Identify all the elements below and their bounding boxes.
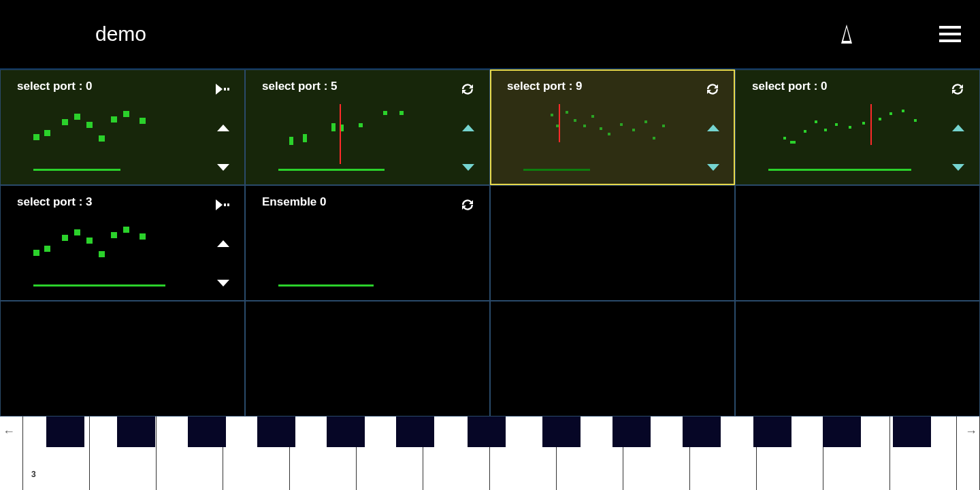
transpose-up-button[interactable] xyxy=(217,240,229,247)
transpose-up-button[interactable] xyxy=(462,125,474,131)
track-cell-empty[interactable] xyxy=(735,185,980,301)
track-cell-0[interactable]: select port : 0 xyxy=(0,69,245,185)
progress-bar xyxy=(523,169,590,171)
black-keys[interactable] xyxy=(0,416,980,447)
track-cell-4[interactable]: select port : 3 xyxy=(0,185,245,301)
sync-icon[interactable] xyxy=(459,197,476,213)
track-label: select port : 0 xyxy=(752,80,828,93)
track-cell-2[interactable]: select port : 9 xyxy=(490,69,735,185)
track-label: select port : 5 xyxy=(262,80,338,93)
project-title[interactable]: demo xyxy=(95,22,146,46)
play-pattern-icon[interactable] xyxy=(214,81,231,97)
track-cell-empty[interactable] xyxy=(735,301,980,416)
track-cell-empty[interactable] xyxy=(0,301,245,416)
progress-bar xyxy=(278,169,385,171)
track-label: Ensemble 0 xyxy=(262,195,327,209)
progress-bar xyxy=(768,169,911,171)
note-preview xyxy=(518,104,693,164)
track-cell-empty[interactable] xyxy=(245,301,490,416)
svg-marker-5 xyxy=(216,199,223,210)
track-label: select port : 9 xyxy=(507,80,583,93)
header-actions xyxy=(836,23,961,45)
transpose-up-button[interactable] xyxy=(952,125,964,131)
track-cell-5[interactable]: Ensemble 0 xyxy=(245,185,490,301)
playhead xyxy=(870,104,872,145)
transpose-down-button[interactable] xyxy=(462,164,474,171)
piano-keyboard[interactable]: ← → 3 xyxy=(0,416,980,490)
transpose-up-button[interactable] xyxy=(217,125,229,131)
octave-label: 3 xyxy=(31,470,36,479)
track-label: select port : 0 xyxy=(17,80,93,93)
transpose-down-button[interactable] xyxy=(217,280,229,287)
playhead xyxy=(340,104,341,164)
transpose-down-button[interactable] xyxy=(952,164,964,171)
header: demo xyxy=(0,0,980,69)
track-label: select port : 3 xyxy=(17,195,93,209)
metronome-icon[interactable] xyxy=(836,23,858,45)
svg-rect-3 xyxy=(224,88,226,91)
svg-marker-2 xyxy=(216,84,223,95)
menu-icon[interactable] xyxy=(939,26,961,42)
note-preview xyxy=(763,104,938,164)
note-preview xyxy=(28,220,203,280)
sync-icon[interactable] xyxy=(459,81,476,97)
playhead xyxy=(559,104,560,142)
sync-icon[interactable] xyxy=(704,81,721,97)
progress-bar xyxy=(33,169,120,171)
track-grid: select port : 0 select port : 5 xyxy=(0,69,980,416)
note-preview xyxy=(273,104,448,164)
track-cell-3[interactable]: select port : 0 xyxy=(735,69,980,185)
svg-rect-4 xyxy=(227,88,229,91)
track-cell-empty[interactable] xyxy=(490,301,735,416)
note-preview xyxy=(28,104,203,164)
transpose-up-button[interactable] xyxy=(707,125,719,131)
progress-bar xyxy=(278,284,374,287)
sync-icon[interactable] xyxy=(949,81,966,97)
transpose-down-button[interactable] xyxy=(707,164,719,171)
track-cell-1[interactable]: select port : 5 xyxy=(245,69,490,185)
transpose-down-button[interactable] xyxy=(217,164,229,171)
play-pattern-icon[interactable] xyxy=(214,197,231,213)
track-cell-empty[interactable] xyxy=(490,185,735,301)
svg-rect-6 xyxy=(224,203,226,206)
svg-rect-7 xyxy=(227,203,229,206)
progress-bar xyxy=(33,284,165,287)
